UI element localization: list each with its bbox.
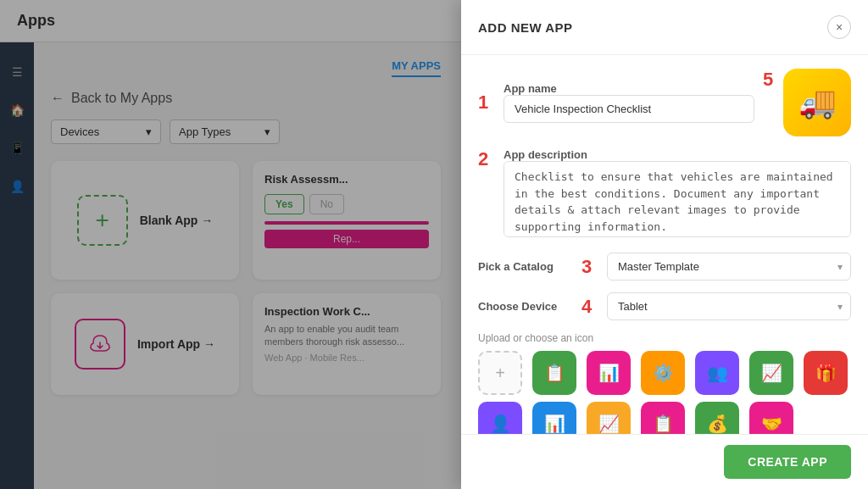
icon-cell-5[interactable]: 📈 xyxy=(749,351,793,395)
choose-device-row: Choose Device 4 Tablet ▾ xyxy=(478,292,851,320)
close-icon: × xyxy=(836,20,843,34)
icon-cell-7[interactable]: 👤 xyxy=(478,402,522,434)
modal-body: 1 App name 5 🚚 2 App description Checkli… xyxy=(461,55,868,434)
app-icon-preview[interactable]: 🚚 xyxy=(783,69,851,136)
modal-close-button[interactable]: × xyxy=(827,15,851,39)
pick-catalog-select-wrapper: Master Template ▾ xyxy=(607,253,851,281)
app-name-input[interactable] xyxy=(504,95,754,123)
pick-catalog-select[interactable]: Master Template xyxy=(607,253,851,281)
modal-footer: CREATE APP xyxy=(461,434,868,489)
pick-catalog-label: Pick a Catalog xyxy=(478,260,571,273)
step-2-number: 2 xyxy=(478,148,495,170)
add-new-app-modal: ADD NEW APP × 1 App name 5 🚚 2 Ap xyxy=(461,0,868,489)
icon-cell-8[interactable]: 📊 xyxy=(532,402,576,434)
icon-cell-1[interactable]: 📋 xyxy=(532,351,576,395)
modal-header: ADD NEW APP × xyxy=(461,0,868,55)
app-name-field-col: App name xyxy=(504,82,754,123)
icon-preview-emoji: 🚚 xyxy=(798,85,837,120)
app-name-row: 1 App name 5 🚚 xyxy=(478,69,851,136)
choose-device-select-wrapper: Tablet ▾ xyxy=(607,292,851,320)
app-desc-field-col: App description Checklist to ensure that… xyxy=(504,148,851,241)
app-desc-label: App description xyxy=(504,148,851,161)
app-desc-row: 2 App description Checklist to ensure th… xyxy=(478,148,851,241)
icons-grid-row1: + 📋 📊 ⚙️ 👥 📈 🎁 xyxy=(478,351,851,395)
choose-device-label: Choose Device xyxy=(478,300,571,313)
step-5-number: 5 xyxy=(763,69,780,91)
choose-device-select[interactable]: Tablet xyxy=(607,292,851,320)
icon-cell-4[interactable]: 👥 xyxy=(695,351,739,395)
icon-cell-6[interactable]: 🎁 xyxy=(804,351,848,395)
icon-cell-12[interactable]: 🤝 xyxy=(749,402,793,434)
step-1-number: 1 xyxy=(478,92,495,114)
modal-title: ADD NEW APP xyxy=(478,20,573,35)
app-desc-textarea[interactable]: Checklist to ensure that vehicles are ma… xyxy=(504,161,851,237)
step-3-number: 3 xyxy=(581,256,597,278)
create-app-button[interactable]: CREATE APP xyxy=(724,445,851,479)
pick-catalog-row: Pick a Catalog 3 Master Template ▾ xyxy=(478,253,851,281)
step-4-number: 4 xyxy=(581,296,597,318)
add-icon-button[interactable]: + xyxy=(478,351,522,395)
icons-section: Upload or choose an icon + 📋 📊 ⚙️ 👥 📈 🎁 … xyxy=(478,332,851,434)
icon-cell-2[interactable]: 📊 xyxy=(587,351,631,395)
icon-preview-section: 5 🚚 xyxy=(763,69,851,136)
icon-cell-10[interactable]: 📋 xyxy=(641,402,685,434)
icons-label: Upload or choose an icon xyxy=(478,332,851,344)
icon-cell-9[interactable]: 📈 xyxy=(587,402,631,434)
icon-cell-3[interactable]: ⚙️ xyxy=(641,351,685,395)
icons-grid-row2: 👤 📊 📈 📋 💰 🤝 xyxy=(478,402,851,434)
icon-cell-11[interactable]: 💰 xyxy=(695,402,739,434)
app-name-label: App name xyxy=(504,82,754,95)
